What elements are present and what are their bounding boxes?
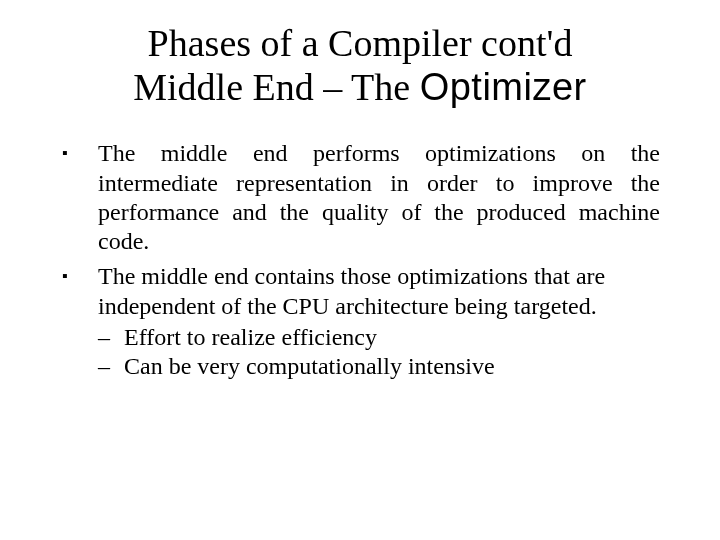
bullet-list: The middle end performs optimizations on…: [50, 139, 670, 381]
slide-title: Phases of a Compiler cont'd Middle End –…: [50, 22, 670, 109]
title-line-2-prefix: Middle End – The: [133, 66, 419, 108]
title-line-1: Phases of a Compiler cont'd: [148, 22, 573, 64]
bullet-item: The middle end performs optimizations on…: [50, 139, 660, 256]
title-line-2-emphasis: Optimizer: [420, 66, 587, 108]
sub-bullet-list: Effort to realize efficiency Can be very…: [98, 323, 660, 382]
bullet-text: The middle end performs optimizations on…: [98, 139, 660, 256]
bullet-item: The middle end contains those optimizati…: [50, 262, 660, 381]
sub-bullet-item: Can be very computationally intensive: [98, 352, 660, 381]
slide: Phases of a Compiler cont'd Middle End –…: [0, 0, 720, 540]
bullet-text: The middle end contains those optimizati…: [98, 262, 660, 321]
sub-bullet-item: Effort to realize efficiency: [98, 323, 660, 352]
